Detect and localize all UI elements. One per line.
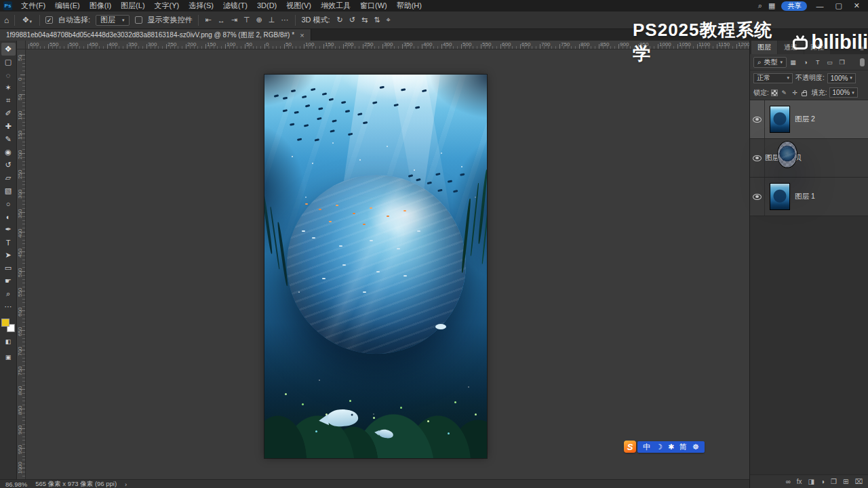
- gradient-tool[interactable]: ▧: [1, 184, 16, 197]
- rectangle-tool[interactable]: ▭: [1, 262, 16, 274]
- auto-select-target-dropdown[interactable]: 图层 ▾: [96, 15, 130, 26]
- lock-all-icon[interactable]: [802, 92, 807, 96]
- adjustment-layer-icon[interactable]: ◑: [821, 478, 825, 485]
- vertical-ruler[interactable]: 5005010015020025030035040045050055060065…: [17, 49, 26, 479]
- layer-thumbnail[interactable]: [770, 106, 790, 133]
- workspace-icon[interactable]: ▦: [768, 1, 775, 10]
- 3d-drag-icon[interactable]: ⇆: [360, 16, 369, 24]
- opacity-input[interactable]: 100% ▾: [827, 73, 856, 83]
- 3d-scale-icon[interactable]: ⌖: [384, 16, 391, 24]
- more-align-options-icon[interactable]: ⋯: [279, 16, 290, 24]
- filter-type-layers-icon[interactable]: T: [813, 58, 822, 67]
- blend-mode-dropdown[interactable]: 正常 ▾: [753, 73, 793, 83]
- 3d-slide-icon[interactable]: ⇅: [372, 16, 381, 24]
- visibility-toggle[interactable]: [750, 100, 765, 138]
- layer-row[interactable]: 图层 1: [750, 178, 868, 216]
- layer-mask-icon[interactable]: ◨: [808, 478, 814, 485]
- edit-toolbar-button[interactable]: ⋯: [1, 300, 16, 313]
- quick-mask-button[interactable]: ◧: [1, 335, 16, 348]
- blur-tool[interactable]: ○: [1, 197, 16, 210]
- ime-lang-indicator[interactable]: 中: [643, 442, 650, 452]
- layer-group-icon[interactable]: ❐: [831, 478, 837, 485]
- panel-menu-icon[interactable]: ≡: [856, 45, 868, 54]
- filter-type-dropdown[interactable]: ⌕ 类型 ▾: [753, 57, 787, 68]
- maximize-button[interactable]: ▢: [832, 1, 844, 10]
- horizontal-ruler[interactable]: 6005505004504003503002502001501005005010…: [26, 41, 749, 49]
- menu-item-1[interactable]: 编辑(E): [50, 0, 85, 12]
- current-tool-icon[interactable]: ✥ ▾: [20, 16, 34, 24]
- menu-item-3[interactable]: 图层(L): [116, 0, 149, 12]
- layer-thumbnail[interactable]: [777, 141, 797, 168]
- clone-stamp-tool[interactable]: ◉: [1, 146, 16, 159]
- lasso-tool[interactable]: ◌: [1, 68, 16, 81]
- lock-position-icon[interactable]: ✛: [791, 88, 800, 98]
- auto-select-checkbox[interactable]: [45, 16, 53, 24]
- visibility-toggle[interactable]: [750, 178, 765, 216]
- align-right-icon[interactable]: ⇥: [230, 16, 239, 24]
- menu-item-5[interactable]: 选择(S): [184, 0, 218, 12]
- layer-thumbnail[interactable]: [770, 183, 790, 210]
- visibility-toggle[interactable]: [750, 139, 765, 177]
- tab-close-icon[interactable]: ×: [300, 31, 304, 39]
- fill-input[interactable]: 100% ▾: [829, 87, 858, 98]
- lock-pixels-icon[interactable]: ✎: [780, 88, 789, 98]
- marquee-tool[interactable]: ▢: [1, 56, 16, 68]
- filter-shape-layers-icon[interactable]: ▭: [825, 58, 834, 67]
- menu-item-6[interactable]: 滤镜(T): [218, 0, 252, 12]
- eyedropper-tool[interactable]: ✐: [1, 107, 16, 120]
- layer-row[interactable]: 图层 2: [750, 100, 868, 139]
- foreground-swatch[interactable]: [1, 319, 9, 327]
- minimize-button[interactable]: —: [813, 2, 826, 10]
- filter-pixel-layers-icon[interactable]: ▦: [789, 58, 797, 67]
- path-selection-tool[interactable]: ➤: [1, 249, 16, 262]
- new-layer-icon[interactable]: ⊞: [843, 478, 848, 485]
- 3d-rotate-icon[interactable]: ↻: [336, 16, 344, 24]
- delete-layer-icon[interactable]: ⌧: [854, 478, 863, 485]
- canvas-viewport[interactable]: [26, 49, 749, 479]
- align-bottom-icon[interactable]: ⊥: [267, 16, 277, 24]
- move-tool[interactable]: ✥: [1, 43, 16, 56]
- show-transform-checkbox[interactable]: [135, 16, 142, 24]
- ime-symbol-icon[interactable]: ✱: [668, 443, 674, 451]
- menu-item-9[interactable]: 增效工具: [316, 0, 355, 12]
- ime-moon-icon[interactable]: ☽: [656, 443, 663, 451]
- menu-item-8[interactable]: 视图(V): [281, 0, 316, 12]
- close-button[interactable]: ✕: [851, 1, 863, 10]
- pen-tool[interactable]: ✒: [1, 223, 16, 236]
- lock-transparency-icon[interactable]: [771, 89, 778, 96]
- type-tool[interactable]: T: [1, 236, 16, 249]
- document-tab[interactable]: 1f99881eb04a48708b4d05c4448d3e3032d83a88…: [0, 29, 311, 41]
- ruler-origin-corner[interactable]: [17, 41, 26, 49]
- menu-item-0[interactable]: 文件(F): [16, 0, 50, 12]
- crop-tool[interactable]: ⌗: [1, 94, 16, 107]
- dodge-tool[interactable]: ◐: [1, 210, 16, 223]
- filter-adjustment-layers-icon[interactable]: ◑: [801, 58, 810, 67]
- menu-item-7[interactable]: 3D(D): [252, 0, 281, 12]
- filter-smart-objects-icon[interactable]: ❒: [837, 58, 846, 67]
- 3d-roll-icon[interactable]: ↺: [348, 16, 357, 24]
- menu-item-2[interactable]: 图像(I): [85, 0, 116, 12]
- ime-simplified-indicator[interactable]: 简: [679, 442, 687, 452]
- align-left-icon[interactable]: ⇤: [204, 16, 213, 24]
- panel-tab-2[interactable]: 路径: [804, 41, 830, 54]
- healing-brush-tool[interactable]: ✚: [1, 120, 16, 133]
- menu-item-11[interactable]: 帮助(H): [392, 0, 427, 12]
- brush-tool[interactable]: ✎: [1, 133, 16, 146]
- align-top-icon[interactable]: ⊤: [242, 16, 252, 24]
- home-icon[interactable]: ⌂: [4, 16, 9, 25]
- panel-tab-0[interactable]: 图层: [751, 41, 777, 54]
- ime-settings-icon[interactable]: ☸: [692, 443, 699, 451]
- menu-item-4[interactable]: 文字(Y): [150, 0, 184, 12]
- filter-toggle-switch[interactable]: [860, 58, 865, 66]
- layer-row[interactable]: 图层 1 拷贝: [750, 139, 868, 178]
- zoom-tool[interactable]: ⌕: [1, 287, 16, 300]
- link-layers-icon[interactable]: ∞: [786, 478, 791, 485]
- status-expand-icon[interactable]: ›: [125, 481, 127, 488]
- align-center-h-icon[interactable]: ↔: [216, 16, 226, 24]
- align-middle-icon[interactable]: ⊕: [255, 16, 264, 24]
- document-canvas[interactable]: [264, 75, 487, 458]
- eraser-tool[interactable]: ▱: [1, 171, 16, 184]
- menu-item-10[interactable]: 窗口(W): [355, 0, 392, 12]
- zoom-level[interactable]: 86.98%: [5, 481, 27, 488]
- panel-tab-1[interactable]: 通道: [778, 41, 804, 54]
